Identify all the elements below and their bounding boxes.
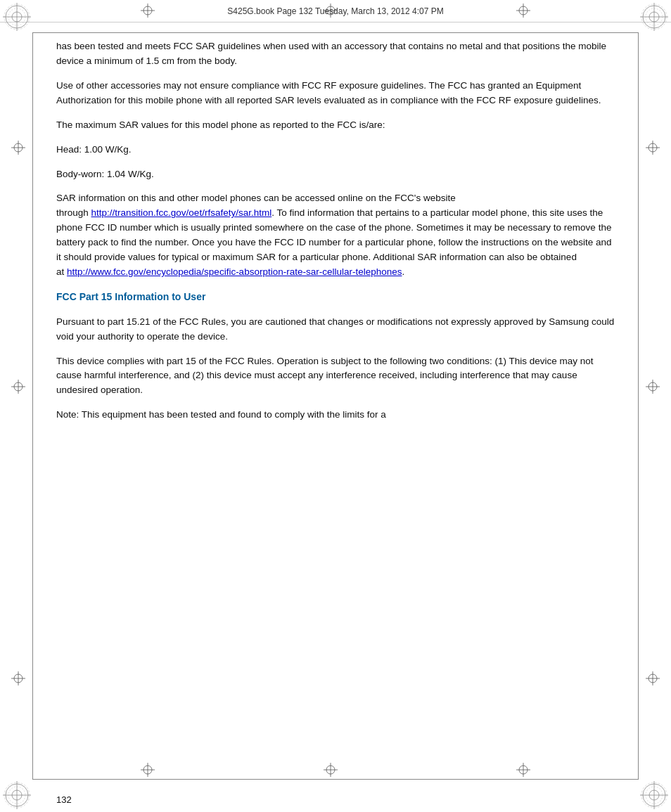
page-number: 132 [56,794,72,805]
paragraph-6: SAR information on this and other model … [56,191,615,280]
reg-mark-top-left [1,1,32,32]
paragraph-7: Pursuant to part 15.21 of the FCC Rules,… [56,315,615,344]
paragraph-9: Note: This equipment has been tested and… [56,408,615,423]
page-container: S425G.book Page 132 Tuesday, March 13, 2… [0,0,671,812]
reg-mark-bottom-right [639,780,670,811]
paragraph-8: This device complies with part 15 of the… [56,354,615,399]
para2-text: Use of other accessories may not ensure … [56,79,615,108]
border-bottom [32,779,639,780]
para8-text: This device complies with part 15 of the… [56,354,615,399]
reg-mark-top-right [639,1,670,32]
link1[interactable]: http://transition.fcc.gov/oet/rfsafety/s… [91,207,272,218]
crosshair-right-bot [646,671,660,685]
para3-text: The maximum SAR values for this model ph… [56,118,615,133]
crosshair-right-mid [646,380,660,394]
crosshair-top-mid [324,4,338,18]
crosshair-top-left [141,4,155,18]
reg-mark-bottom-left [1,780,32,811]
paragraph-5: Body-worn: 1.04 W/Kg. [56,167,615,182]
paragraph-2: Use of other accessories may not ensure … [56,79,615,108]
para4-text: Head: 1.00 W/Kg. [56,143,615,157]
crosshair-left-top [11,141,25,155]
crosshair-left-mid [11,380,25,394]
border-right [638,32,639,780]
section-heading: FCC Part 15 Information to User [56,290,615,305]
border-left [32,32,33,780]
para5-text: Body-worn: 1.04 W/Kg. [56,167,615,182]
crosshair-left-bot [11,671,25,685]
para9-text: Note: This equipment has been tested and… [56,408,615,423]
border-top [32,32,639,33]
para6-end: . [402,266,405,277]
paragraph-section-heading: FCC Part 15 Information to User [56,290,615,305]
para1-text: has been tested and meets FCC SAR guidel… [56,39,615,69]
link2[interactable]: http://www.fcc.gov/encyclopedia/specific… [67,266,402,277]
para7-text: Pursuant to part 15.21 of the FCC Rules,… [56,315,615,344]
main-content: has been tested and meets FCC SAR guidel… [56,39,615,770]
paragraph-1: has been tested and meets FCC SAR guidel… [56,39,615,69]
para6-text: SAR information on this and other model … [56,191,615,280]
crosshair-right-top [646,141,660,155]
paragraph-4: Head: 1.00 W/Kg. [56,143,615,157]
paragraph-3: The maximum SAR values for this model ph… [56,118,615,133]
crosshair-top-right [516,4,530,18]
